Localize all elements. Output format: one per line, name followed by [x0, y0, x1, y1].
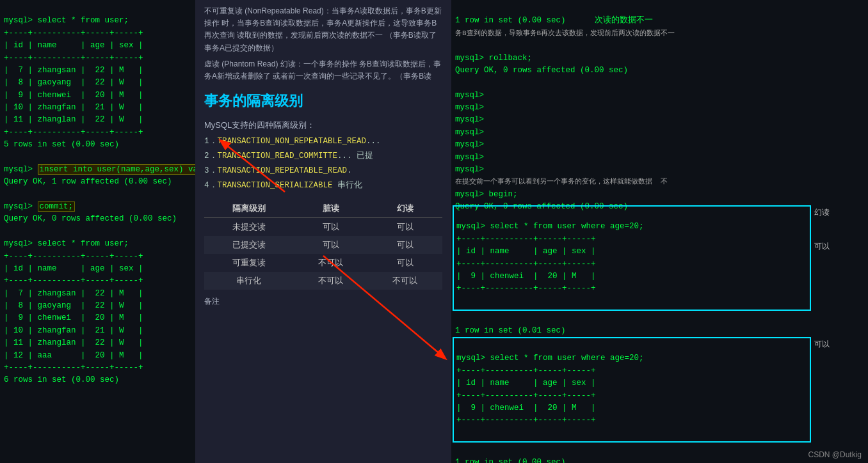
article-content: 不可重复读 (NonRepeatable Read)：当事务A读取数据后，事务B… — [204, 5, 442, 308]
right-mysql-2: mysql> — [455, 103, 484, 112]
right-mysql-3: mysql> — [455, 115, 484, 124]
left-line-10: +----+----------+-----+-----+ — [4, 128, 143, 137]
non-repeatable-text: 不可重复读 (NonRepeatable Read)：当事务A读取数据后，事务B… — [204, 5, 442, 54]
dirty-cell: 可以 — [294, 236, 368, 254]
ctx-3: 可以 — [814, 335, 865, 354]
left-line-30: 6 rows in set (0.00 sec) — [4, 375, 119, 384]
right-rollback-ok: Query OK, 0 rows affected (0.00 sec) — [455, 66, 628, 75]
left-line-1: mysql> select * from user; — [4, 16, 129, 25]
right-rollback: mysql> rollback; — [455, 54, 532, 63]
first-cyan-box: mysql> select * from user where age=20; … — [453, 205, 811, 311]
left-line-11: 5 rows in set (0.00 sec) — [4, 140, 119, 149]
second-cyan-box-container: mysql> select * from user where age=20; … — [453, 335, 811, 463]
commit-cmd-highlight: commit; — [38, 201, 76, 212]
left-line-7: | 9 | chenwei | 20 | M | — [4, 91, 143, 100]
left-line-14: Query OK, 1 row affected (0.00 sec) — [4, 177, 172, 186]
level-1: 1．TRANSACTION_NON_REPEATABLE_READ... — [204, 135, 442, 148]
phantom-cell: 可以 — [368, 217, 442, 236]
right-begin: mysql> begin; — [455, 190, 518, 199]
left-line-9: | 11 | zhanglan | 22 | W | — [4, 115, 143, 124]
left-line-17: Query OK, 0 rows affected (0.00 sec) — [4, 214, 177, 223]
right-mysql-4: mysql> — [455, 128, 484, 137]
isolation-levels-list: 1．TRANSACTION_NON_REPEATABLE_READ... 2．T… — [204, 135, 442, 193]
second-box-cmd: mysql> select * from user where age=20; — [456, 354, 644, 363]
level-3: 3．TRANSACTION_REPEATABLE_READ. — [204, 164, 442, 178]
middle-article-panel: 不可重复读 (NonRepeatable Read)：当事务A读取数据后，事务B… — [195, 0, 451, 463]
first-box-border1: +----+----------+-----+-----+ — [456, 235, 596, 244]
left-line-2: +----+----------+-----+-----+ — [4, 29, 143, 38]
right-terminal-content: 1 row in set (0.00 sec) 次读的数据不一 务B查到的数据，… — [455, 3, 864, 226]
isolation-table: 隔离级别 脏读 幻读 未提交读 可以 可以 已提交读 可以 可以 — [204, 200, 442, 290]
left-terminal-content: mysql> select * from user; +----+-------… — [4, 3, 191, 399]
left-line-3: | id | name | age | sex | — [4, 41, 143, 50]
left-line-8: | 10 | zhangfan | 21 | W | — [4, 103, 143, 112]
left-line-21: | id | name | age | sex | — [4, 264, 143, 273]
right-terminal-panel: 1 row in set (0.00 sec) 次读的数据不一 务B查到的数据，… — [451, 0, 868, 463]
insert-cmd-highlight: insert into user(name,age,sex) values('a… — [38, 164, 195, 175]
right-line-1: 1 row in set (0.00 sec) 次读的数据不一 — [455, 16, 653, 25]
left-line-6: | 8 | gaoyang | 22 | W | — [4, 78, 143, 87]
first-box-content: mysql> select * from user where age=20; … — [456, 208, 807, 308]
dirty-cell: 不可以 — [294, 254, 368, 272]
left-line-5: | 7 | zhangsan | 22 | M | — [4, 66, 143, 75]
phantom-cell: 不可以 — [368, 272, 442, 290]
col-header-phantom2: 幻读 — [368, 200, 442, 218]
left-line-22: +----+----------+-----+-----+ — [4, 276, 143, 285]
level-cell: 可重复读 — [204, 254, 294, 272]
first-box-cmd: mysql> select * from user where age=20; — [456, 222, 644, 231]
left-line-23: | 7 | zhangsan | 22 | M | — [4, 289, 143, 298]
left-line-29: +----+----------+-----+-----+ — [4, 363, 143, 372]
left-line-4: +----+----------+-----+-----+ — [4, 54, 143, 63]
table-row: 未提交读 可以 可以 — [204, 217, 442, 236]
dirty-cell: 不可以 — [294, 272, 368, 290]
dirty-cell: 可以 — [294, 217, 368, 236]
ctx-1: 幻读 — [814, 203, 865, 222]
left-line-26: | 10 | zhangfan | 21 | W | — [4, 326, 143, 335]
article-subheading: MySQL支持的四种隔离级别： — [204, 118, 442, 132]
left-line-19: mysql> select * from user; — [4, 239, 129, 248]
right-mysql-5: mysql> — [455, 140, 484, 149]
left-line-16: mysql> commit; — [4, 201, 75, 212]
phantom-read-text: 虚读 (Phantom Read) 幻读：一个事务的操作 务B查询读取数据后，事… — [204, 58, 442, 82]
right-context-1: 务B查到的数据，导致事务B再次去该数据，发现前后两次读的数据不一 — [455, 29, 675, 37]
second-box-header: | id | name | age | sex | — [456, 379, 596, 388]
second-box-count: 1 row in set (0.00 sec) — [455, 458, 566, 463]
left-line-24: | 8 | gaoyang | 22 | W | — [4, 301, 143, 310]
left-line-28: | 12 | aaa | 20 | M | — [4, 351, 143, 360]
level-cell: 已提交读 — [204, 236, 294, 254]
left-line-27: | 11 | zhanglan | 22 | W | — [4, 338, 143, 347]
second-box-border1: +----+----------+-----+-----+ — [456, 366, 596, 375]
first-cyan-box-container: mysql> select * from user where age=20; … — [453, 203, 811, 350]
ctx-2: 可以 — [814, 237, 865, 256]
col-header-level: 隔离级别 — [204, 200, 294, 218]
second-cyan-box: mysql> select * from user where age=20; … — [453, 337, 811, 443]
first-box-sep: +----+----------+-----+-----+ — [456, 260, 596, 269]
first-box-count: 1 row in set (0.01 sec) — [455, 326, 566, 335]
level-cell: 未提交读 — [204, 217, 294, 236]
first-box-header: | id | name | age | sex | — [456, 247, 596, 256]
second-box-border2: +----+----------+-----+-----+ — [456, 416, 596, 425]
level-cell: 串行化 — [204, 272, 294, 290]
phantom-cell: 可以 — [368, 236, 442, 254]
second-box-row: | 9 | chenwei | 20 | M | — [456, 404, 596, 412]
left-line-13: mysql> insert into user(name,age,sex) va… — [4, 164, 195, 175]
footnote: 备注 — [204, 295, 442, 308]
first-box-border2: +----+----------+-----+-----+ — [456, 284, 596, 293]
table-row: 串行化 不可以 不可以 — [204, 272, 442, 290]
second-box-content: mysql> select * from user where age=20; … — [456, 340, 807, 439]
right-context-2: 在提交前一个事务可以看到另一个事务的变化，这样就能做数据 不 — [455, 178, 668, 185]
left-line-25: | 9 | chenwei | 20 | M | — [4, 313, 143, 322]
level-2: 2．TRANSACTION_READ_COMMITTE... 已提 — [204, 150, 442, 163]
right-mysql-7: mysql> — [455, 165, 484, 174]
article-heading: 事务的隔离级别 — [204, 89, 442, 113]
phantom-cell: 可以 — [368, 254, 442, 272]
table-row: 可重复读 不可以 可以 — [204, 254, 442, 272]
col-header-dirty: 脏读 — [294, 200, 368, 218]
left-terminal-panel: mysql> select * from user; +----+-------… — [0, 0, 195, 463]
right-context-column2: 可以 — [814, 335, 865, 354]
level-4: 4．TRANSACTION_SERIALIZABLE 串行化 — [204, 179, 442, 192]
right-mysql-6: mysql> — [455, 153, 484, 162]
right-context-column: 幻读 可以 — [814, 203, 865, 256]
right-mysql-1: mysql> — [455, 91, 484, 100]
second-box-sep: +----+----------+-----+-----+ — [456, 391, 596, 400]
